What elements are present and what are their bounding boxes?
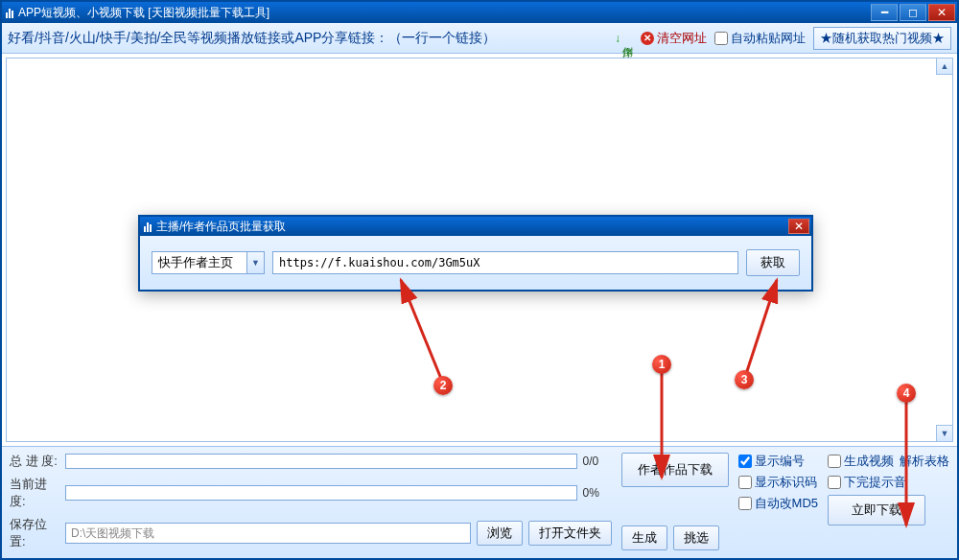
url-hint: 好看/抖音/火山/快手/美拍/全民等视频播放链接或APP分享链接：（一行一个链接… [8,30,496,47]
scroll-down-icon[interactable]: ▼ [936,425,952,441]
bottom-panel: 总 进 度: 0/0 当前进度: 0% 保存位置: 浏览 打开文件夹 作者作品下… [2,446,957,558]
dialog-icon [144,221,152,232]
annotation-marker-2: 2 [433,376,453,395]
show-marker-checkbox[interactable]: 显示标识码 [738,474,818,491]
minimize-button[interactable]: ━ [871,4,898,21]
save-path-label: 保存位置: [10,516,59,550]
gen-video-checkbox[interactable]: 生成视频 [828,453,894,470]
generate-button[interactable]: 生成 [621,525,667,550]
annotation-marker-4: 4 [897,384,916,403]
parse-table-link[interactable]: 解析表格 [900,453,949,470]
open-folder-button[interactable]: 打开文件夹 [528,521,612,546]
current-progress-bar [65,485,577,501]
current-progress-pct: 0% [583,486,612,500]
reverse-button[interactable]: ↓ 倒序 [615,32,633,45]
browse-button[interactable]: 浏览 [477,521,523,546]
maximize-button[interactable]: ◻ [900,4,926,21]
auto-md5-checkbox[interactable]: 自动改MD5 [738,495,818,512]
annotation-marker-1: 1 [652,355,671,374]
author-fetch-dialog: 主播/作者作品页批量获取 ✕ 快手作者主页 ▼ 获取 [138,215,813,292]
top-toolbar: 好看/抖音/火山/快手/美拍/全民等视频播放链接或APP分享链接：（一行一个链接… [2,23,957,54]
download-now-button[interactable]: 立即下载 [828,495,925,525]
dialog-close-button[interactable]: ✕ [788,219,809,234]
titlebar: APP短视频、小视频下载 [天图视频批量下载工具] ━ ◻ ✕ [2,2,957,23]
clear-icon: ✕ [641,32,654,45]
arrow-down-icon: ↓ [615,32,620,45]
dialog-title: 主播/作者作品页批量获取 [156,219,286,235]
annotation-marker-3: 3 [735,370,754,389]
total-progress-label: 总 进 度: [10,453,59,470]
close-button[interactable]: ✕ [928,4,955,21]
app-icon [6,7,13,18]
show-id-checkbox[interactable]: 显示编号 [738,453,818,470]
author-works-button[interactable]: 作者作品下载 [621,453,729,487]
random-hot-button[interactable]: ★随机获取热门视频★ [813,27,951,50]
current-progress-label: 当前进度: [10,476,59,510]
finish-sound-checkbox[interactable]: 下完提示音 [828,474,906,491]
source-combo-value: 快手作者主页 [152,251,247,274]
auto-paste-checkbox[interactable]: 自动粘贴网址 [714,30,806,47]
save-path-input[interactable] [65,523,471,544]
pick-button[interactable]: 挑选 [673,525,719,550]
dialog-titlebar: 主播/作者作品页批量获取 ✕ [140,217,811,236]
source-combo[interactable]: 快手作者主页 ▼ [152,251,265,274]
chevron-down-icon[interactable]: ▼ [247,251,265,274]
total-progress-count: 0/0 [583,455,612,468]
window-title: APP短视频、小视频下载 [天图视频批量下载工具] [18,5,269,21]
clear-urls-button[interactable]: ✕ 清空网址 [641,30,707,47]
scroll-up-icon[interactable]: ▲ [936,58,952,75]
total-progress-bar [65,454,577,469]
author-url-input[interactable] [272,251,738,274]
fetch-button[interactable]: 获取 [746,249,800,276]
